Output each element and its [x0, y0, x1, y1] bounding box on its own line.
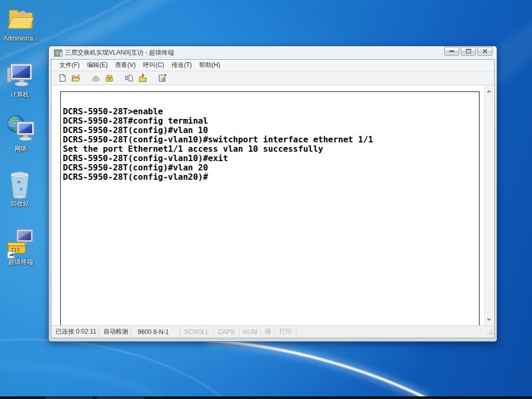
receive-icon[interactable] — [136, 72, 149, 84]
window-title: 三层交换机实现VLAN间互访 - 超级终端 — [65, 48, 444, 57]
terminal-line: DCRS-5950-28T#config terminal — [63, 116, 479, 126]
properties-icon[interactable] — [156, 72, 168, 84]
open-icon[interactable] — [70, 72, 82, 84]
close-button[interactable] — [477, 47, 493, 56]
terminal-output: DCRS-5950-28T>enable DCRS-5950-28T#confi… — [61, 92, 479, 182]
menu-bar: 文件(F) 编辑(E) 查看(V) 呼叫(C) 传送(T) 帮助(H) — [51, 60, 494, 71]
hyperterminal-window-icon — [54, 49, 62, 57]
desktop-icon-recycle-bin[interactable]: 回收站 — [0, 169, 39, 208]
disconnect-icon[interactable] — [103, 72, 115, 84]
menu-edit[interactable]: 编辑(E) — [83, 60, 111, 71]
desktop-icon-label: Administra... — [4, 35, 38, 42]
menu-help[interactable]: 帮助(H) — [195, 60, 224, 71]
title-bar[interactable]: 三层交换机实现VLAN间互访 - 超级终端 — [51, 46, 495, 59]
terminal-line: Set the port Ethernet1/1 access vlan 10 … — [63, 144, 479, 154]
hyperterminal-icon — [1, 228, 41, 257]
menu-transfer[interactable]: 传送(T) — [168, 60, 195, 71]
terminal-line: DCRS-5950-28T(config)#vlan 20 — [63, 163, 479, 172]
terminal-line: DCRS-5950-28T(config-vlan10)#exit — [63, 154, 479, 163]
desktop-icon-hyperterminal[interactable]: 超级终端 — [1, 228, 41, 266]
desktop-icon-label: 网络 — [15, 145, 27, 152]
network-globe-icon — [1, 114, 41, 143]
desktop-icon-network[interactable]: 网络 — [1, 114, 41, 153]
menu-call[interactable]: 呼叫(C) — [139, 60, 168, 71]
desktop-icon-administrator[interactable]: Administra... — [1, 4, 41, 43]
new-connection-icon[interactable] — [56, 72, 69, 84]
status-capture: 捕 — [261, 326, 275, 338]
terminal-line: DCRS-5950-28T(config-vlan10)#switchport … — [63, 135, 479, 144]
terminal-screen[interactable]: DCRS-5950-28T>enable DCRS-5950-28T#confi… — [60, 91, 480, 326]
computer-icon — [0, 60, 39, 89]
call-icon — [89, 72, 102, 84]
status-connection: 已连接 0:02:11 — [51, 326, 99, 338]
user-folder-icon — [1, 4, 41, 33]
desktop-icon-label: 回收站 — [10, 200, 29, 207]
desktop-icon-label: 超级终端 — [8, 258, 33, 265]
desktop-icon-computer[interactable]: 计算机 — [0, 60, 39, 99]
status-print: 打印 — [275, 326, 297, 338]
scroll-up-icon[interactable] — [485, 87, 493, 95]
status-bar: 已连接 0:02:11 自动检测 9600 8-N-1 SCROLL CAPS … — [51, 325, 494, 338]
status-num: NUM — [240, 326, 261, 338]
minimize-button[interactable] — [444, 47, 459, 56]
recycle-bin-icon — [0, 169, 39, 198]
taskbar[interactable] — [0, 396, 532, 399]
terminal-line: DCRS-5950-28T>enable — [63, 107, 479, 116]
send-icon[interactable] — [123, 72, 135, 84]
hyperterminal-window: 三层交换机实现VLAN间互访 - 超级终端 文件(F) 编辑(E) 查看(V) … — [48, 46, 497, 342]
terminal-line: DCRS-5950-28T(config)#vlan 10 — [63, 126, 479, 135]
menu-file[interactable]: 文件(F) — [56, 60, 83, 71]
scroll-down-icon[interactable] — [485, 315, 493, 324]
status-caps: CAPS — [214, 326, 240, 338]
terminal-line: DCRS-5950-28T(config-vlan20)# — [63, 172, 479, 182]
desktop-icon-label: 计算机 — [10, 91, 29, 98]
vertical-scrollbar[interactable] — [484, 86, 493, 324]
taskbar-button[interactable] — [45, 397, 92, 399]
terminal-content-area: DCRS-5950-28T>enable DCRS-5950-28T#confi… — [51, 85, 494, 325]
status-scroll: SCROLL — [180, 326, 214, 338]
taskbar-button[interactable] — [97, 397, 144, 399]
resize-grip[interactable] — [487, 329, 494, 337]
toolbar — [51, 71, 494, 85]
status-autodetect: 自动检测 — [99, 326, 131, 338]
menu-view[interactable]: 查看(V) — [111, 60, 139, 71]
maximize-button[interactable] — [461, 47, 476, 56]
status-baud: 9600 8-N-1 — [131, 326, 180, 338]
